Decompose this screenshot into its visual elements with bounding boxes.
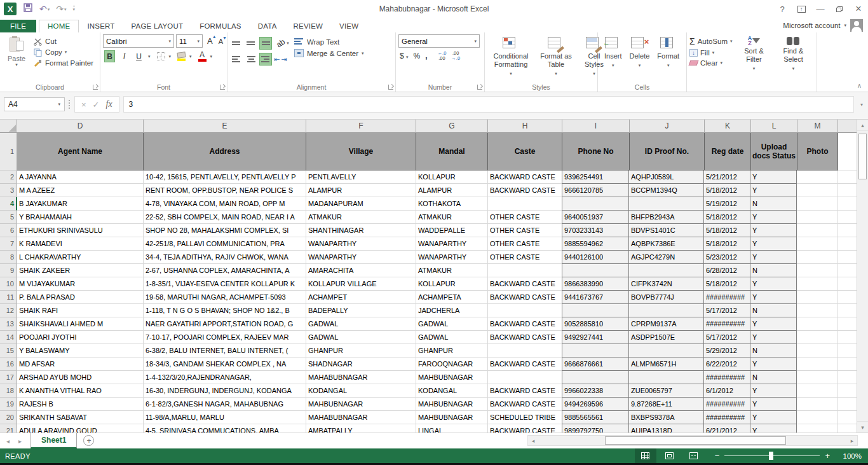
cell-upload[interactable]: Y [750, 357, 797, 371]
format-cells-button[interactable]: Format ▾ [653, 34, 683, 82]
cell-village[interactable]: AMBATPALLY [306, 424, 416, 433]
cell-reg[interactable]: ########## [704, 317, 750, 331]
save-button[interactable] [23, 3, 33, 15]
number-format-select[interactable]: General ▾ [398, 34, 480, 48]
row-header-20[interactable]: 20 [0, 411, 17, 424]
cell-photo[interactable] [797, 304, 837, 317]
cell-photo[interactable] [797, 277, 837, 291]
header-cell-name[interactable]: Agent Name [17, 133, 144, 170]
column-header-G[interactable]: G [416, 120, 488, 133]
row-header-5[interactable]: 5 [0, 211, 17, 224]
cell-id[interactable]: BCCPM1394Q [629, 184, 704, 197]
tab-page-layout[interactable]: PAGE LAYOUT [123, 20, 192, 32]
row-header-18[interactable]: 18 [0, 384, 17, 398]
header-cell-reg[interactable]: Reg date [705, 133, 751, 170]
header-cell-village[interactable]: Village [306, 133, 416, 170]
cell-phone[interactable]: 9885594962 [562, 237, 629, 251]
cell-address[interactable]: 1-4-132/3/20,RAJENDRANAGAR, [144, 371, 306, 384]
cell-photo[interactable] [797, 170, 837, 184]
horizontal-scrollbar[interactable]: ◂ ▸ [527, 435, 858, 446]
cell-reg[interactable]: ########## [704, 291, 750, 304]
cell-upload[interactable]: Y [750, 411, 797, 424]
borders-button[interactable] [157, 52, 165, 60]
sheet-tab-sheet1[interactable]: Sheet1 [31, 433, 77, 448]
cell-village[interactable]: SHADNAGAR [306, 357, 416, 371]
next-sheet-arrow[interactable]: ▸ [18, 438, 22, 445]
cell-reg[interactable]: 5/29/2012 [704, 344, 750, 357]
cell-address[interactable]: 2-67, USHANNA COPLEX, AMARACHINTA, A [144, 264, 306, 277]
top-align-button[interactable] [230, 37, 243, 50]
cell-upload[interactable]: Y [750, 331, 797, 344]
cell-id[interactable]: ASDPP1507E [629, 331, 704, 344]
column-header-I[interactable]: I [562, 120, 630, 133]
cell-upload[interactable]: Y [750, 224, 797, 237]
column-header-K[interactable]: K [705, 120, 751, 133]
cell-photo[interactable] [797, 197, 837, 211]
cell-upload[interactable]: N [750, 304, 797, 317]
cell-id[interactable]: CPRPM9137A [629, 317, 704, 331]
cell-id[interactable]: ZUE0065797 [629, 384, 704, 398]
wrap-text-button[interactable]: Wrap Text [294, 38, 364, 46]
minimize-button[interactable]: — [811, 0, 830, 18]
cell-reg[interactable]: 5/17/2012 [704, 304, 750, 317]
cell-photo[interactable] [797, 384, 837, 398]
cell-name[interactable]: Y BRAHAMAIAH [17, 211, 144, 224]
cell-mandal[interactable]: FAROOQNAGAR [416, 357, 488, 371]
tab-review[interactable]: REVIEW [285, 20, 332, 32]
row-header-19[interactable]: 19 [0, 398, 17, 411]
cell-name[interactable]: B JAYAKUMAR [17, 197, 144, 211]
cell-phone[interactable]: 9396254491 [562, 170, 629, 184]
cell-mandal[interactable]: KOTHAKOTA [416, 197, 488, 211]
italic-button[interactable]: I [119, 50, 130, 62]
cell-photo[interactable] [797, 411, 837, 424]
underline-button[interactable]: U [133, 50, 144, 62]
vertical-scroll-track[interactable] [857, 131, 868, 421]
cell-name[interactable]: Y BALASWAMY [17, 344, 144, 357]
page-break-view-button[interactable] [683, 448, 705, 463]
cell-reg[interactable]: 5/23/2012 [704, 251, 750, 264]
cell-address[interactable]: 11-98/A,MARLU, MARLU [144, 411, 306, 424]
cell-id[interactable]: ALMPM6571H [629, 357, 704, 371]
cell-name[interactable]: POOJARI JYOTHI [17, 331, 144, 344]
find-select-button[interactable]: Find & Select ▾ [775, 34, 811, 82]
header-cell-photo[interactable]: Photo [797, 133, 838, 170]
paste-button[interactable]: Paste ▾ [3, 34, 31, 82]
cell-upload[interactable]: Y [750, 251, 797, 264]
cell-reg[interactable]: 5/18/2012 [704, 211, 750, 224]
percent-style-button[interactable]: % [414, 52, 421, 60]
cell-caste[interactable] [488, 344, 562, 357]
column-header-M[interactable]: M [797, 120, 838, 133]
cell-address[interactable]: 1-8-35/1, VIJAY-ESEVA CENTER KOLLAPUR K [144, 277, 306, 291]
scroll-down-arrow[interactable]: ▾ [857, 421, 868, 433]
cell-mandal[interactable]: JADCHERLA [416, 304, 488, 317]
cell-caste[interactable]: BACKWARD CASTE [488, 170, 562, 184]
clear-button[interactable]: Clear ▾ [689, 59, 732, 67]
cell-upload[interactable]: Y [750, 170, 797, 184]
name-box[interactable]: A4 ▾ [4, 97, 65, 111]
cell-name[interactable]: SHAIKSHAVALI AHMED M [17, 317, 144, 331]
header-cell-mandal[interactable]: Mandal [416, 133, 488, 170]
cell-photo[interactable] [797, 424, 837, 433]
header-cell-phone[interactable]: Phone No [562, 133, 630, 170]
autosum-button[interactable]: Σ AutoSum ▾ [689, 36, 732, 46]
cell-phone[interactable] [562, 197, 629, 211]
cell-mandal[interactable]: GADWAL [416, 331, 488, 344]
cell-reg[interactable]: ########## [704, 398, 750, 411]
cell-upload[interactable]: Y [750, 424, 797, 433]
font-color-dropdown-icon[interactable]: ▾ [210, 54, 213, 59]
cell-upload[interactable]: N [750, 197, 797, 211]
tab-file[interactable]: FILE [0, 20, 36, 32]
cancel-button[interactable]: × [81, 100, 86, 109]
middle-align-button[interactable] [245, 37, 257, 50]
cell-village[interactable]: PENTLAVELLY [306, 170, 416, 184]
zoom-out-button[interactable]: − [715, 451, 720, 461]
row-header-21[interactable]: 21 [0, 424, 17, 433]
tab-home[interactable]: HOME [39, 20, 79, 32]
cell-id[interactable]: BOVPB7774J [629, 291, 704, 304]
cell-village[interactable]: GADWAL [306, 317, 416, 331]
cell-mandal[interactable]: MAHBUBNAGAR [416, 371, 488, 384]
cell-address[interactable]: 18-34/3, GANDAM SHEKAR COMPLEX , NA [144, 357, 306, 371]
cell-village[interactable]: SHANTHINAGAR [306, 224, 416, 237]
cell-village[interactable]: MAHABUBNAGAR [306, 371, 416, 384]
cell-upload[interactable]: Y [750, 237, 797, 251]
